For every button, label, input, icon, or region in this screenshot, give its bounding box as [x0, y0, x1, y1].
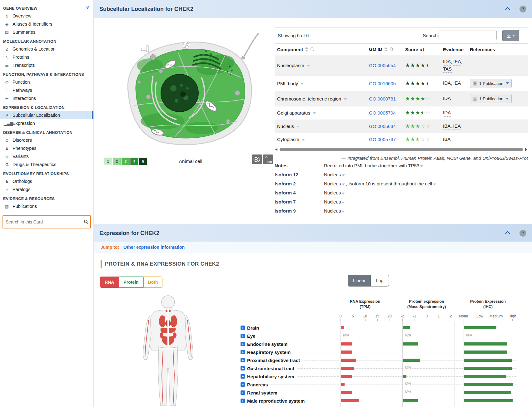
scrollbar-thumb[interactable] [280, 148, 523, 151]
dropdown-caret-icon[interactable] [344, 98, 347, 100]
go-id-link[interactable]: GO:0005737 [369, 137, 396, 142]
mode-button-protein[interactable]: Protein [119, 277, 143, 288]
dropdown-caret-icon[interactable] [307, 65, 310, 67]
collapse-card-icon[interactable] [505, 7, 510, 10]
confidence-legend-box[interactable]: 2 [113, 158, 121, 165]
collapse-card-icon[interactable] [505, 231, 510, 234]
go-id-link[interactable]: GO:0005794 [369, 110, 396, 115]
evidence-code[interactable]: IDA [443, 58, 451, 66]
sidebar-item-orthologs[interactable]: ♞Orthologs [0, 177, 93, 185]
table-horizontal-scrollbar[interactable] [275, 147, 528, 152]
expand-icon[interactable]: + [241, 390, 245, 395]
expand-icon[interactable]: + [241, 366, 245, 370]
sidebar-item-summaries[interactable]: ▤Summaries [0, 28, 93, 36]
evidence-code[interactable]: TAS [443, 66, 452, 73]
sidebar-item-interactions[interactable]: ✛Interactions [0, 94, 93, 102]
card-search-input[interactable] [3, 219, 82, 224]
dropdown-caret-icon[interactable] [420, 165, 423, 167]
column-header-score[interactable]: Score [403, 44, 440, 55]
table-search-input[interactable] [439, 31, 497, 40]
sidebar-item-proteins[interactable]: ∿Proteins [0, 53, 93, 61]
confidence-legend-box[interactable]: 3 [122, 158, 130, 165]
sidebar-item-paralogs[interactable]: =Paralogs [0, 185, 93, 194]
sidebar-item-label: Variants [12, 154, 29, 159]
help-icon[interactable]: ? [520, 6, 526, 12]
evidence-code[interactable]: IDA [443, 109, 451, 117]
dropdown-caret-icon[interactable] [433, 184, 436, 185]
scroll-left-icon[interactable] [275, 148, 277, 151]
download-button[interactable] [502, 30, 519, 41]
star-icon: ★ [420, 62, 425, 69]
jump-to-link[interactable]: Other expression information [123, 245, 185, 250]
expand-icon[interactable]: + [241, 382, 245, 387]
dropdown-caret-icon[interactable] [301, 83, 304, 85]
scale-button-log[interactable]: Log [371, 275, 389, 287]
expand-icon[interactable]: + [241, 350, 245, 354]
sidebar-item-overview[interactable]: ℹOverview [0, 12, 93, 20]
mode-button-rna[interactable]: RNA [100, 277, 119, 288]
expand-icon[interactable]: + [241, 358, 245, 362]
sidebar-item-drugs-therapeutics[interactable]: ⚗Drugs & Therapeutics [0, 160, 93, 169]
dropdown-caret-icon[interactable] [342, 184, 345, 185]
sib-logo[interactable]: SIB [263, 154, 273, 164]
sort-icon[interactable] [305, 47, 308, 51]
confidence-legend-box[interactable]: 1 [104, 158, 112, 165]
mode-button-both[interactable]: Both [143, 277, 163, 288]
sidebar-item-disorders[interactable]: ƱDisorders [0, 136, 93, 144]
column-header-component[interactable]: Component [275, 44, 366, 55]
cell-viewer-icon[interactable] [252, 154, 262, 164]
column-header-references[interactable]: References [467, 44, 528, 55]
expand-icon[interactable]: + [241, 342, 245, 346]
animal-cell-illustration[interactable] [106, 27, 266, 154]
evidence-code[interactable]: IBA [443, 123, 450, 130]
help-icon[interactable]: ? [520, 230, 526, 237]
column-header-evidence[interactable]: Evidence [440, 44, 467, 55]
column-search-icon[interactable] [390, 47, 394, 51]
evidence-code[interactable]: IDA [443, 95, 451, 102]
search-icon[interactable] [82, 216, 90, 228]
sidebar-item-pathways[interactable]: ∴Pathways [0, 86, 93, 94]
evidence-code[interactable]: IEA [453, 123, 461, 130]
evidence-code[interactable]: IEA [453, 58, 461, 66]
sort-icon[interactable] [384, 47, 388, 51]
expand-icon[interactable]: + [241, 334, 245, 338]
expand-icon[interactable]: + [241, 326, 245, 330]
evidence-code[interactable]: IEA [453, 80, 461, 87]
sidebar-collapse-icon[interactable]: » [84, 6, 91, 9]
score-cell: ★★★☆★☆ [403, 106, 440, 120]
sidebar-item-publications[interactable]: ▥Publications [0, 202, 93, 210]
sidebar-item-phenotypes[interactable]: ♟Phenotypes [0, 144, 93, 152]
sidebar-item-expression[interactable]: ▁▄▆Expression [0, 119, 93, 127]
sort-desc-icon[interactable] [420, 47, 425, 51]
evidence-code[interactable]: IDA [443, 80, 451, 87]
expand-icon[interactable]: + [241, 374, 245, 379]
dropdown-caret-icon[interactable] [342, 202, 345, 203]
sidebar-item-genomics-location[interactable]: ƵGenomics & Location [0, 45, 93, 53]
go-id-link[interactable]: GO:0000781 [369, 96, 396, 101]
dropdown-caret-icon[interactable] [342, 211, 345, 213]
column-search-icon[interactable] [310, 47, 315, 51]
publications-button[interactable]: 1 Publication [470, 79, 512, 88]
confidence-legend-box[interactable]: 4 [130, 158, 138, 165]
dropdown-caret-icon[interactable] [342, 174, 345, 176]
publications-button[interactable]: 1 Publication [470, 94, 512, 103]
sidebar-item-function[interactable]: ⚙Function [0, 78, 93, 86]
evidence-code[interactable]: IBA [443, 136, 450, 143]
scroll-right-icon[interactable] [525, 148, 527, 151]
go-id-link[interactable]: GO:0005634 [369, 124, 396, 129]
scale-button-linear[interactable]: Linear [348, 275, 371, 287]
sidebar-item-transcripts[interactable]: ☰Transcripts [0, 61, 93, 69]
sidebar-item-aliases-identifiers[interactable]: ◈Aliases & Identifiers [0, 20, 93, 28]
expand-icon[interactable]: + [241, 399, 245, 403]
sidebar-item-variants[interactable]: ⇆Variants [0, 152, 93, 160]
dropdown-caret-icon[interactable] [296, 126, 300, 128]
column-header-go-id[interactable]: GO ID [366, 44, 403, 55]
dropdown-caret-icon[interactable] [302, 139, 305, 141]
sidebar-item-subcellular-localization[interactable]: ⚲Subcellular Localization [0, 111, 93, 119]
dropdown-caret-icon[interactable] [342, 193, 345, 194]
stethoscope-icon: Ʊ [4, 138, 10, 143]
confidence-legend-box[interactable]: 5 [139, 158, 147, 165]
go-id-link[interactable]: GO:0016605 [369, 81, 396, 86]
dropdown-caret-icon[interactable] [313, 112, 316, 114]
go-id-link[interactable]: GO:0005654 [369, 63, 396, 68]
